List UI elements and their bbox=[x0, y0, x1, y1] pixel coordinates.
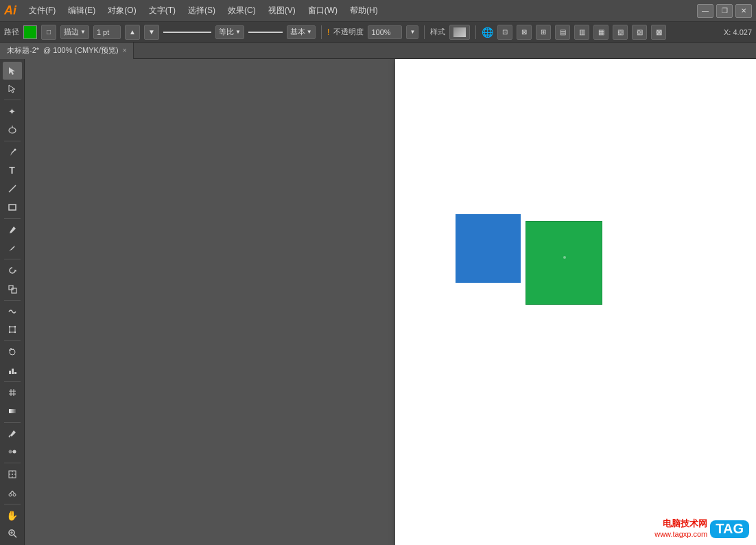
stroke-dropdown[interactable]: 描边 ▼ bbox=[60, 25, 89, 39]
menu-text[interactable]: 文字(T) bbox=[143, 3, 181, 18]
svg-rect-4 bbox=[9, 205, 16, 210]
blend-btn[interactable] bbox=[3, 443, 22, 461]
zoom-btn[interactable] bbox=[3, 524, 22, 542]
align-btn2[interactable]: ⊠ bbox=[517, 25, 532, 40]
hand-btn[interactable]: ✋ bbox=[3, 507, 22, 524]
slice-btn[interactable] bbox=[3, 465, 22, 483]
minimize-button[interactable]: — bbox=[697, 4, 713, 18]
style-swatch[interactable] bbox=[449, 25, 470, 40]
align-btn8[interactable]: ▨ bbox=[632, 25, 647, 40]
menu-select[interactable]: 选择(S) bbox=[182, 3, 221, 18]
align-btn6[interactable]: ▦ bbox=[593, 25, 609, 40]
svg-point-15 bbox=[10, 348, 12, 349]
globe-icon[interactable]: 🌐 bbox=[482, 27, 493, 38]
svg-line-3 bbox=[9, 185, 16, 192]
lasso-btn[interactable] bbox=[3, 121, 22, 139]
toolbar: ✦ T bbox=[0, 59, 25, 545]
tool-separator7 bbox=[4, 381, 21, 382]
align-btn5[interactable]: ▥ bbox=[574, 25, 589, 40]
column-graph-btn[interactable] bbox=[3, 362, 22, 380]
ratio-arrow-icon: ▼ bbox=[235, 29, 241, 35]
base-label: 基本 bbox=[290, 27, 305, 37]
green-rectangle[interactable] bbox=[525, 221, 602, 305]
ratio-label: 等比 bbox=[219, 27, 234, 37]
menu-window[interactable]: 窗口(W) bbox=[303, 3, 343, 18]
svg-point-10 bbox=[14, 326, 15, 327]
tool-separator5 bbox=[4, 300, 21, 301]
menu-bar: 文件(F) 编辑(E) 对象(O) 文字(T) 选择(S) 效果(C) 视图(V… bbox=[23, 3, 697, 18]
svg-rect-8 bbox=[10, 327, 15, 332]
eyedropper-btn[interactable] bbox=[3, 425, 22, 443]
stroke-adjust-up[interactable]: ▲ bbox=[125, 25, 140, 40]
mesh-btn[interactable] bbox=[3, 384, 22, 402]
menu-view[interactable]: 视图(V) bbox=[263, 3, 301, 18]
stroke-adjust-down[interactable]: ▼ bbox=[144, 25, 159, 40]
document-tabs: 未标题-2* @ 100% (CMYK/预览) × bbox=[0, 43, 756, 59]
warp-btn[interactable] bbox=[3, 303, 22, 321]
tool-separator4 bbox=[4, 259, 21, 259]
stroke-icon[interactable]: □ bbox=[41, 25, 56, 40]
rectangle-tool-btn[interactable] bbox=[3, 198, 22, 216]
opacity-label: 不透明度 bbox=[333, 27, 364, 37]
separator2 bbox=[424, 25, 425, 39]
tool-separator10 bbox=[4, 504, 21, 505]
svg-rect-20 bbox=[9, 409, 16, 413]
align-btn9[interactable]: ▩ bbox=[651, 25, 666, 40]
align-btn3[interactable]: ⊞ bbox=[536, 25, 551, 40]
canvas-area[interactable]: 电脑技术网 www.tagxp.com TAG bbox=[25, 59, 756, 545]
menu-effect[interactable]: 效果(C) bbox=[222, 3, 261, 18]
main-area: ✦ T bbox=[0, 59, 756, 545]
menu-help[interactable]: 帮助(H) bbox=[344, 3, 383, 18]
app-logo: Ai bbox=[4, 3, 16, 18]
pen-tool-btn[interactable] bbox=[3, 143, 22, 161]
tab-close-button[interactable]: × bbox=[123, 47, 127, 54]
watermark: 电脑技术网 www.tagxp.com TAG bbox=[654, 518, 749, 538]
menu-object[interactable]: 对象(O) bbox=[102, 3, 141, 18]
tool-separator2 bbox=[4, 141, 21, 141]
svg-point-28 bbox=[9, 494, 12, 496]
magic-wand-btn[interactable]: ✦ bbox=[3, 102, 22, 120]
svg-point-11 bbox=[8, 332, 10, 333]
symbol-sprayer-btn[interactable] bbox=[3, 343, 22, 361]
ratio-dropdown[interactable]: 等比 ▼ bbox=[215, 25, 244, 39]
svg-rect-19 bbox=[14, 372, 16, 374]
artboard bbox=[395, 59, 756, 545]
pencil-btn[interactable] bbox=[3, 239, 22, 257]
rotate-btn[interactable] bbox=[3, 262, 22, 279]
align-btn1[interactable]: ⊡ bbox=[497, 25, 512, 40]
blue-rectangle[interactable] bbox=[456, 214, 521, 283]
align-btn4[interactable]: ▤ bbox=[555, 25, 570, 40]
svg-point-13 bbox=[10, 349, 15, 355]
type-tool-btn[interactable]: T bbox=[3, 162, 22, 180]
align-btn7[interactable]: ▧ bbox=[613, 25, 628, 40]
menu-file[interactable]: 文件(F) bbox=[23, 3, 61, 18]
opacity-dropdown[interactable]: ▼ bbox=[406, 25, 418, 39]
watermark-site-url: www.tagxp.com bbox=[654, 530, 707, 538]
tool-separator3 bbox=[4, 218, 21, 219]
stroke-value-field[interactable]: 1 pt bbox=[93, 25, 121, 39]
close-button[interactable]: ✕ bbox=[735, 4, 752, 18]
svg-point-16 bbox=[12, 349, 14, 350]
document-tab[interactable]: 未标题-2* @ 100% (CMYK/预览) × bbox=[0, 43, 134, 59]
scissors-btn[interactable] bbox=[3, 484, 22, 502]
fill-color-swatch[interactable] bbox=[23, 25, 37, 39]
gradient-btn[interactable] bbox=[3, 402, 22, 420]
line-tool-btn[interactable] bbox=[3, 180, 22, 198]
title-bar: Ai 文件(F) 编辑(E) 对象(O) 文字(T) 选择(S) 效果(C) 视… bbox=[0, 0, 756, 22]
opacity-warning-icon: ! bbox=[327, 27, 330, 37]
opacity-arrow-icon: ▼ bbox=[410, 29, 415, 35]
paintbrush-btn[interactable] bbox=[3, 221, 22, 239]
tool-separator8 bbox=[4, 422, 21, 423]
svg-point-0 bbox=[9, 128, 16, 133]
opacity-field[interactable]: 100% bbox=[368, 25, 402, 39]
restore-button[interactable]: ❐ bbox=[716, 4, 733, 18]
svg-point-12 bbox=[14, 332, 15, 333]
direct-selection-tool-btn[interactable] bbox=[3, 80, 22, 98]
scale-btn[interactable] bbox=[3, 280, 22, 298]
base-dropdown[interactable]: 基本 ▼ bbox=[287, 25, 316, 39]
selection-tool-btn[interactable] bbox=[3, 62, 22, 80]
menu-edit[interactable]: 编辑(E) bbox=[62, 3, 101, 18]
free-transform-btn[interactable] bbox=[3, 321, 22, 338]
stroke-line-preview bbox=[163, 32, 211, 33]
svg-line-21 bbox=[9, 435, 10, 437]
